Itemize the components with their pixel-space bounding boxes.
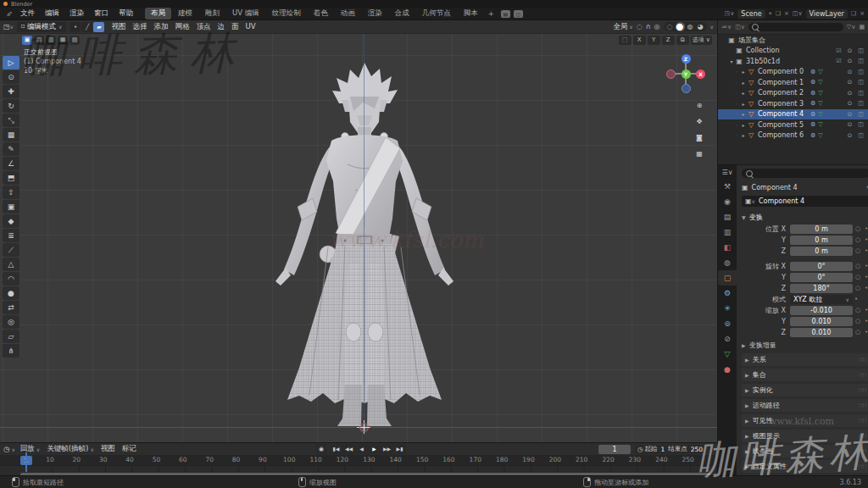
eye-visibility-icon[interactable]: ⊙ (845, 79, 854, 86)
tab-render[interactable]: ◉ (718, 194, 737, 209)
outliner-row-Component-1[interactable]: ·▸▽Component 1⚙▽⊙◫ (718, 77, 868, 88)
jump-to-end-button[interactable]: ▶▮ (393, 444, 406, 454)
current-frame-field[interactable]: 1 (598, 445, 631, 454)
add-workspace-button[interactable]: + (485, 8, 498, 19)
modifier-wrench-icon[interactable]: ⚙ (810, 79, 815, 86)
tab-particles[interactable]: ✳ (718, 301, 737, 316)
tool-setting-icon-0[interactable]: ▣ (22, 36, 32, 45)
gizmo-y-axis[interactable]: Y (682, 69, 691, 79)
tool-select-box[interactable]: ▷ (3, 56, 19, 69)
viewport-menu-顶点[interactable]: 顶点 (192, 22, 214, 32)
gizmo-x-neg-axis[interactable] (666, 69, 676, 79)
checkbox-icon[interactable]: ☑ (834, 58, 843, 64)
tool-setting-icon-1[interactable]: ▤ (34, 36, 44, 45)
tab-view-layer[interactable]: ▥ (718, 225, 737, 240)
workspace-tab-UV 编辑[interactable]: UV 编辑 (226, 8, 265, 19)
camera-render-icon[interactable]: ◫ (856, 79, 865, 86)
material-shading-button[interactable]: ◍ (686, 22, 695, 31)
eye-visibility-icon[interactable]: ⊙ (845, 47, 854, 54)
tool-measure[interactable]: ∠ (3, 157, 19, 170)
eye-visibility-icon[interactable]: ⊙ (845, 121, 854, 128)
expand-arrow-icon[interactable]: ▸ (740, 122, 747, 128)
camera-render-icon[interactable]: ◫ (856, 132, 865, 139)
section-集合[interactable]: ▶集合∷∷ (742, 369, 868, 381)
solid-shading-button[interactable]: ⬤ (676, 22, 685, 31)
modifier-wrench-icon[interactable]: ⚙ (810, 100, 815, 107)
modifier-wrench-icon[interactable]: ⚙ (810, 132, 815, 139)
tool-rip-region[interactable]: ⋔ (3, 344, 19, 358)
snap-magnet-icon[interactable]: ∩ (646, 23, 651, 30)
value-field[interactable]: 0° (790, 273, 853, 282)
viewlayer-dropdown-icon[interactable]: ◫∨ (793, 10, 803, 17)
editor-type-icon[interactable]: ◳∨ (3, 23, 14, 30)
vertex-group-icon[interactable]: ▽ (818, 100, 822, 107)
animate-dot-icon[interactable]: • (863, 285, 868, 291)
vertex-group-icon[interactable]: ▽ (818, 69, 822, 75)
tab-scene[interactable]: ◧ (718, 240, 737, 255)
start-frame-field[interactable]: 1 (659, 446, 667, 453)
viewport-canvas[interactable]: ▣▤▥▦▧ 正交前视图 (1) Component 4 10 厘米 ▷⊙✚↻⤡▦… (0, 34, 717, 442)
outliner-row-Component-5[interactable]: ·▸▽Component 5⚙▽⊙◫ (718, 119, 868, 130)
eye-visibility-icon[interactable]: ⊙ (845, 111, 854, 118)
zoom-icon[interactable]: ⊕ (693, 100, 705, 112)
tool-setting-icon-3[interactable]: ▦ (58, 36, 68, 45)
workspace-tab-纹理绘制[interactable]: 纹理绘制 (266, 8, 307, 19)
playhead-line[interactable] (25, 452, 27, 472)
eye-visibility-icon[interactable]: ⊙ (845, 58, 854, 64)
lock-icon[interactable]: ○ (853, 274, 863, 280)
viewport-menu-添加[interactable]: 添加 (150, 22, 171, 32)
gizmo-z-axis[interactable]: Z (682, 54, 691, 64)
outliner-row-Component-3[interactable]: ·▸▽Component 3⚙▽⊙◫ (718, 98, 868, 109)
viewport-menu-网格[interactable]: 网格 (171, 22, 192, 32)
play-button[interactable]: ▶ (368, 444, 381, 454)
lock-icon[interactable]: ○ (853, 247, 863, 254)
transform-panel-header[interactable]: ▼变换 (742, 212, 868, 223)
checkbox-icon[interactable]: ☑ (834, 47, 843, 54)
next-keyframe-button[interactable]: ▶▶ (381, 444, 393, 454)
auto-keying-button[interactable]: ◉ (315, 444, 327, 454)
tab-constraints[interactable]: ⊘ (718, 331, 737, 347)
shading-dropdown-icon[interactable]: ∨ (710, 24, 714, 30)
value-field[interactable]: 0.010 (790, 328, 853, 337)
animate-dot-icon[interactable]: • (863, 225, 868, 232)
expand-arrow-icon[interactable]: ▸ (740, 101, 747, 107)
workspace-layout-icon-2[interactable]: ◫ (514, 10, 523, 18)
viewport-menu-UV[interactable]: UV (242, 22, 259, 32)
camera-render-icon[interactable]: ◫ (856, 58, 865, 64)
animate-dot-icon[interactable]: • (863, 274, 868, 280)
tool-extrude[interactable]: ⇪ (3, 186, 19, 199)
outliner-display-mode-icon[interactable]: ◫∨ (735, 24, 745, 30)
outliner-row-Component-6[interactable]: ·▸▽Component 6⚙▽⊙◫ (718, 130, 868, 141)
play-reverse-button[interactable]: ◀ (355, 444, 368, 454)
camera-render-icon[interactable]: ◫ (856, 47, 865, 54)
modifier-wrench-icon[interactable]: ⚙ (810, 111, 815, 118)
tab-modifiers[interactable]: ⚙ (718, 286, 737, 301)
camera-view-icon[interactable]: ◙ (693, 132, 705, 144)
timeline-menu-回放[interactable]: 回放∨ (20, 444, 40, 454)
outliner-row-Component-0[interactable]: ·▸▽Component 0⚙▽⊙◫ (718, 67, 868, 78)
viewport-menu-选择[interactable]: 选择 (129, 22, 150, 32)
mirror-x-toggle[interactable]: X (633, 36, 646, 45)
vertex-select-toggle[interactable]: • (70, 22, 81, 32)
workspace-tab-动画[interactable]: 动画 (335, 8, 361, 19)
scene-dropdown-icon[interactable]: ◳∨ (725, 10, 735, 17)
object-name-field[interactable]: ▣∨ Component 4 (742, 196, 868, 207)
delta-transform-collapse[interactable]: ▶变换增量 (742, 340, 868, 351)
lock-icon[interactable]: ○ (853, 236, 863, 243)
scene-field[interactable]: Scene (737, 9, 765, 19)
wireframe-shading-button[interactable]: ◌ (665, 22, 675, 31)
rotation-mode-dropdown[interactable]: XYZ 欧拉∨ (790, 295, 853, 304)
properties-search-input[interactable] (742, 169, 868, 178)
value-field[interactable]: 0.010 (790, 317, 853, 326)
animate-dot-icon[interactable]: • (853, 296, 860, 302)
edge-select-toggle[interactable]: ╱ (81, 22, 92, 32)
tool-scale[interactable]: ⤡ (3, 114, 19, 127)
vertex-group-icon[interactable]: ▽ (818, 90, 822, 97)
tool-smooth[interactable]: ● (3, 286, 19, 300)
mode-selector[interactable]: ⌑ 编辑模式 ∨ (17, 22, 67, 32)
modifier-wrench-icon[interactable]: ⚙ (810, 121, 815, 128)
jump-to-start-button[interactable]: ▮◀ (330, 444, 342, 454)
mirror-y-toggle[interactable]: Y (648, 36, 660, 45)
tool-inset[interactable]: ▣ (3, 200, 19, 214)
camera-render-icon[interactable]: ◫ (856, 121, 865, 128)
